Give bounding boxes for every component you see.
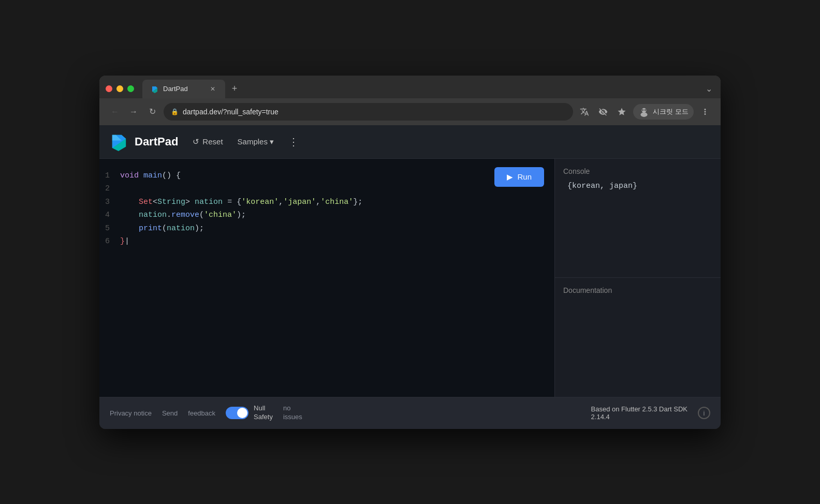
line-num-2: 2 — [99, 182, 120, 196]
samples-button[interactable]: Samples ▾ — [233, 134, 278, 150]
close-traffic-light[interactable] — [106, 85, 112, 92]
line-num-5: 5 — [99, 222, 120, 235]
svg-point-3 — [641, 112, 648, 117]
code-content-1: void main() { — [120, 169, 181, 183]
tab-bar-chevron[interactable]: ⌄ — [704, 82, 714, 96]
address-actions: 시크릿 모드 — [577, 104, 712, 120]
code-line-1: 1 void main() { — [99, 169, 554, 183]
url-text: dartpad.dev/?null_safety=true — [183, 108, 566, 116]
code-line-6: 6 }| — [99, 235, 554, 248]
code-line-5: 5 print(nation); — [99, 222, 554, 235]
dartpad-header: DartPad ↺ Reset Samples ▾ ⋮ — [99, 125, 721, 159]
minimize-traffic-light[interactable] — [116, 85, 123, 92]
back-button[interactable]: ← — [108, 105, 122, 119]
null-safety-toggle[interactable] — [226, 407, 248, 419]
code-line-3: 3 Set<String> nation = {'korean','japan'… — [99, 196, 554, 209]
code-editor[interactable]: 1 void main() { 2 3 Set<String> nation =… — [99, 159, 554, 259]
right-panel: Console {korean, japan} Documentation — [555, 159, 721, 397]
toggle-knob — [237, 408, 247, 418]
reset-label: Reset — [202, 137, 223, 146]
maximize-traffic-light[interactable] — [127, 85, 134, 92]
translate-icon[interactable] — [577, 105, 592, 119]
incognito-label: 시크릿 모드 — [653, 107, 689, 116]
docs-section: Documentation — [555, 278, 721, 397]
more-options-icon[interactable] — [698, 105, 712, 119]
samples-label: Samples — [238, 137, 268, 146]
privacy-notice-link[interactable]: Privacy notice — [110, 409, 152, 417]
samples-chevron-icon: ▾ — [270, 137, 274, 146]
editor-area: ▶ Run 1 void main() { 2 3 — [99, 159, 721, 397]
feedback-link[interactable]: feedback — [188, 409, 215, 417]
star-icon[interactable] — [614, 105, 629, 119]
lock-icon: 🔒 — [171, 108, 179, 115]
svg-point-5 — [645, 109, 646, 111]
dartpad-logo — [110, 132, 128, 151]
forward-button[interactable]: → — [126, 105, 141, 119]
code-content-3: Set<String> nation = {'korean','japan','… — [120, 196, 362, 209]
line-num-6: 6 — [99, 235, 120, 248]
tab-close-button[interactable]: ✕ — [209, 85, 217, 93]
dartpad-app-title: DartPad — [135, 135, 178, 149]
code-content-4: nation.remove('china'); — [120, 209, 246, 222]
code-line-2: 2 — [99, 182, 554, 196]
reset-button[interactable]: ↺ Reset — [188, 134, 227, 150]
null-safety-label: NullSafety — [254, 404, 273, 422]
code-content-5: print(nation); — [120, 222, 204, 235]
address-bar: ← → ↻ 🔒 dartpad.dev/?null_safety=true — [99, 98, 721, 125]
new-tab-button[interactable]: + — [227, 82, 242, 96]
footer: Privacy notice Send feedback NullSafety … — [99, 397, 721, 429]
app-content: DartPad ↺ Reset Samples ▾ ⋮ ▶ Run — [99, 125, 721, 429]
browser-window: DartPad ✕ + ⌄ ← → ↻ 🔒 dartpad.dev/?null_… — [99, 76, 721, 429]
run-btn-area: ▶ Run — [494, 167, 544, 187]
console-output: {korean, japan} — [563, 182, 712, 190]
console-label: Console — [563, 167, 712, 175]
sdk-info-text: Based on Flutter 2.5.3 Dart SDK 2.14.4 — [591, 405, 687, 421]
docs-label: Documentation — [563, 286, 712, 294]
incognito-icon — [638, 106, 650, 117]
incognito-button[interactable]: 시크릿 모드 — [633, 104, 694, 120]
title-bar: DartPad ✕ + ⌄ ← → ↻ 🔒 dartpad.dev/?null_… — [99, 76, 721, 125]
more-menu-button[interactable]: ⋮ — [284, 134, 303, 150]
issues-status: noissues — [283, 404, 302, 422]
send-feedback-link[interactable]: Send — [162, 409, 178, 417]
run-label: Run — [517, 172, 532, 181]
svg-point-4 — [642, 109, 644, 111]
run-button[interactable]: ▶ Run — [494, 167, 544, 187]
traffic-lights — [106, 85, 134, 92]
active-tab[interactable]: DartPad ✕ — [142, 80, 225, 98]
code-content-6: }| — [120, 235, 129, 248]
info-button[interactable]: i — [698, 407, 710, 419]
eye-slash-icon[interactable] — [596, 105, 610, 119]
console-section: Console {korean, japan} — [555, 159, 721, 278]
send-label: Send — [162, 409, 178, 417]
line-num-3: 3 — [99, 196, 120, 209]
reload-button[interactable]: ↻ — [145, 105, 159, 119]
tab-favicon-icon — [151, 85, 159, 93]
tab-title-text: DartPad — [163, 85, 204, 93]
code-line-4: 4 nation.remove('china'); — [99, 209, 554, 222]
line-num-4: 4 — [99, 209, 120, 222]
code-content-2 — [120, 182, 125, 196]
code-panel[interactable]: ▶ Run 1 void main() { 2 3 — [99, 159, 555, 397]
reset-icon: ↺ — [193, 137, 199, 146]
run-play-icon: ▶ — [507, 172, 513, 182]
null-safety-toggle-container: NullSafety — [226, 404, 273, 422]
tab-bar: DartPad ✕ + ⌄ — [99, 76, 721, 98]
line-num-1: 1 — [99, 169, 120, 183]
url-bar[interactable]: 🔒 dartpad.dev/?null_safety=true — [164, 103, 573, 121]
